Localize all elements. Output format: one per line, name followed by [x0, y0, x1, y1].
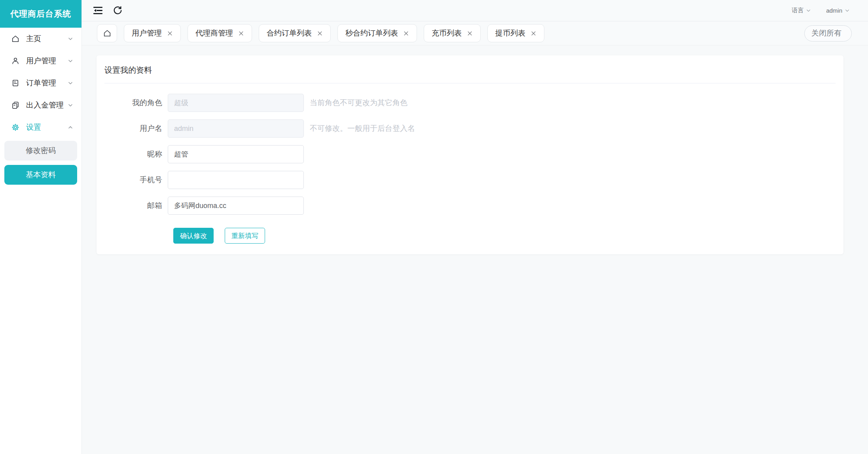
chevron-down-icon [67, 102, 74, 108]
tab-label: 代理商管理 [195, 28, 233, 38]
form-row-email: 邮箱 [104, 197, 836, 215]
tab-label: 充币列表 [432, 28, 462, 38]
sidebar-item-label: 订单管理 [26, 78, 67, 88]
sidebar-item-label: 用户管理 [26, 56, 67, 66]
role-hint: 当前角色不可更改为其它角色 [310, 98, 407, 108]
role-label: 我的角色 [104, 98, 168, 108]
gear-icon [11, 123, 20, 132]
language-dropdown[interactable]: 语言 [792, 7, 811, 14]
chevron-up-icon [67, 124, 74, 131]
close-all-label: 关闭所有 [811, 28, 841, 38]
settings-submenu: 修改密码 基本资料 [0, 138, 81, 185]
username-hint: 不可修改。一般用于后台登入名 [310, 123, 415, 134]
tab-deposit-list[interactable]: 充币列表 [424, 24, 481, 42]
close-icon[interactable] [531, 30, 536, 36]
tab-withdraw-list[interactable]: 提币列表 [487, 24, 544, 42]
form-actions: 确认修改 重新填写 [173, 228, 836, 244]
tab-label: 秒合约订单列表 [345, 28, 398, 38]
role-field[interactable] [168, 94, 304, 112]
close-icon[interactable] [403, 30, 409, 36]
page-title: 设置我的资料 [104, 65, 836, 76]
tab-label: 提币列表 [495, 28, 525, 38]
user-dropdown[interactable]: admin [826, 7, 850, 14]
chevron-down-icon [67, 80, 74, 86]
form-row-role: 我的角色 当前角色不可更改为其它角色 [104, 94, 836, 112]
home-icon [103, 29, 112, 38]
language-label: 语言 [792, 7, 804, 14]
tab-agent-management[interactable]: 代理商管理 [188, 24, 252, 42]
username-label: admin [826, 7, 842, 14]
email-label: 邮箱 [104, 201, 168, 211]
tab-bar: 用户管理 代理商管理 合约订单列表 秒合约订单列表 充币列表 [82, 21, 868, 45]
form-row-nickname: 昵称 [104, 145, 836, 163]
submenu-item-basic-profile[interactable]: 基本资料 [4, 165, 77, 185]
sidebar-item-home[interactable]: 主页 [0, 28, 81, 50]
tab-label: 合约订单列表 [267, 28, 312, 38]
close-icon[interactable] [467, 30, 473, 36]
close-icon[interactable] [167, 30, 173, 36]
sidebar: 代理商后台系统 主页 用户管理 订单管理 [0, 0, 82, 454]
username-field[interactable] [168, 119, 304, 138]
submenu-item-change-password[interactable]: 修改密码 [4, 141, 77, 161]
close-icon[interactable] [238, 30, 244, 36]
phone-label: 手机号 [104, 175, 168, 185]
close-icon[interactable] [317, 30, 323, 36]
sidebar-item-settings[interactable]: 设置 [0, 116, 81, 138]
chevron-down-icon [67, 36, 74, 42]
close-all-tabs-button[interactable]: 关闭所有 [804, 25, 852, 42]
nickname-field[interactable] [168, 145, 304, 163]
profile-form: 我的角色 当前角色不可更改为其它角色 用户名 不可修改。一般用于后台登入名 昵称… [104, 94, 836, 244]
top-navbar: 语言 admin [82, 0, 868, 21]
funds-icon [11, 101, 20, 110]
chevron-down-icon [845, 8, 850, 13]
home-icon [11, 34, 20, 43]
app-title: 代理商后台系统 [0, 0, 81, 28]
main-area: 语言 admin 用户管理 代理商管理 [82, 0, 868, 454]
tab-home[interactable] [97, 24, 117, 42]
refresh-icon[interactable] [112, 5, 123, 17]
profile-card: 设置我的资料 我的角色 当前角色不可更改为其它角色 用户名 不可修改。一般用于后… [97, 55, 843, 254]
username-label: 用户名 [104, 123, 168, 134]
sidebar-item-order-management[interactable]: 订单管理 [0, 72, 81, 94]
sidebar-item-label: 出入金管理 [26, 100, 67, 110]
collapse-sidebar-icon[interactable] [92, 5, 104, 17]
sidebar-item-funds-management[interactable]: 出入金管理 [0, 94, 81, 116]
form-row-phone: 手机号 [104, 171, 836, 189]
chevron-down-icon [806, 8, 811, 13]
phone-field[interactable] [168, 171, 304, 189]
chevron-down-icon [67, 58, 74, 64]
tab-contract-orders[interactable]: 合约订单列表 [259, 24, 331, 42]
email-field[interactable] [168, 197, 304, 215]
confirm-button[interactable]: 确认修改 [173, 228, 214, 244]
sidebar-item-label: 设置 [26, 122, 67, 132]
tab-second-contract-orders[interactable]: 秒合约订单列表 [337, 24, 417, 42]
reset-button[interactable]: 重新填写 [225, 228, 265, 244]
nickname-label: 昵称 [104, 149, 168, 159]
tab-label: 用户管理 [132, 28, 162, 38]
card-divider [104, 83, 836, 83]
sidebar-item-label: 主页 [26, 34, 67, 44]
content-area: 设置我的资料 我的角色 当前角色不可更改为其它角色 用户名 不可修改。一般用于后… [82, 45, 868, 454]
tab-user-management[interactable]: 用户管理 [124, 24, 181, 42]
user-icon [11, 57, 20, 65]
form-row-username: 用户名 不可修改。一般用于后台登入名 [104, 119, 836, 138]
order-icon [11, 79, 20, 87]
sidebar-item-user-management[interactable]: 用户管理 [0, 50, 81, 72]
sidebar-menu: 主页 用户管理 订单管理 [0, 28, 81, 185]
